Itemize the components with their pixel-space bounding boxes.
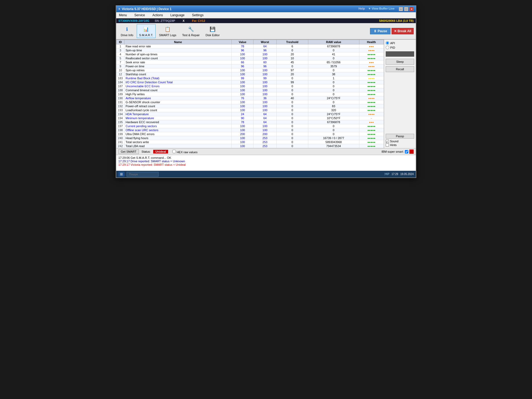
cell-raw: 24°C/75°F (308, 112, 359, 116)
hex-checkbox[interactable] (172, 150, 176, 153)
cell-name: Power-on time (124, 64, 232, 68)
sleep-button[interactable]: Sleep (386, 59, 414, 65)
cell-health: ●●●● (359, 64, 384, 68)
cell-threshold: 0 (276, 140, 308, 144)
menu-item-settings[interactable]: Settings (190, 13, 205, 18)
smart-table: ID Name Value Worst Treshold RAW value H… (116, 40, 384, 148)
smart-button[interactable]: 📊 S.M.A.R.T. (137, 24, 156, 38)
table-row: 194 Minimum temperature 90 64 0 10°C/50°… (117, 116, 384, 120)
cell-threshold: 0 (276, 116, 308, 120)
start-button[interactable]: ⊞ (118, 172, 124, 177)
cell-health: ●●●●● (359, 144, 384, 148)
smart-table-area: ID Name Value Worst Treshold RAW value H… (116, 40, 384, 148)
cell-id: 5 (117, 56, 124, 60)
menu-item-service[interactable]: Service (133, 13, 147, 18)
break-all-button[interactable]: ✕ Break All (392, 28, 414, 34)
cell-raw: 16739 / 0 / 2877 (308, 136, 359, 140)
cell-threshold: 6 (276, 44, 308, 48)
pid-radio-label[interactable]: PID (386, 46, 414, 49)
cell-health: - (359, 116, 384, 120)
cell-worst: 100 (253, 72, 277, 76)
pid-radio[interactable] (386, 46, 389, 49)
cell-raw: 3579 (308, 64, 359, 68)
api-radio[interactable] (386, 41, 389, 45)
sound-checkbox-box[interactable]: ✓ (386, 140, 389, 143)
cell-worst: 64 (253, 116, 277, 120)
drive-model: ST3000VX009-2AY10G (118, 19, 149, 22)
cell-threshold: 0 (276, 108, 308, 112)
menu-item-language[interactable]: Language (169, 13, 186, 18)
sound-area: ✓ Sound Hints (386, 140, 414, 147)
search-input[interactable] (127, 172, 159, 177)
view-buffer-btn[interactable]: ▼ View Buffer Live (368, 7, 394, 11)
recall-button[interactable]: Recall (386, 66, 414, 72)
cell-threshold: 40 (276, 96, 308, 100)
window-title: Victoria 5.37 HDD/SSD | Device 1 (122, 7, 172, 11)
cell-threshold: 45 (276, 60, 308, 64)
cell-threshold: 0 (276, 120, 308, 124)
table-row: 4 Number of spin-up times 100 100 20 41 … (117, 52, 384, 56)
menu-item-menu[interactable]: Menu (117, 13, 128, 18)
cell-value: 78 (232, 44, 253, 48)
disk-editor-button[interactable]: 💾 Disk Editor (203, 24, 222, 38)
drive-info-button[interactable]: ℹ Drive Info (118, 24, 136, 38)
cell-health: ●●●●● (359, 136, 384, 140)
hints-checkbox-box[interactable] (386, 143, 389, 147)
cell-name: Reallocated sector count (124, 56, 232, 60)
cell-value: 100 (232, 52, 253, 56)
cell-name: Spin-up retries (124, 68, 232, 72)
cell-raw: 0 (308, 128, 359, 132)
cell-name: Ultra DMA CRC errors (124, 132, 232, 136)
sound-checkbox-label[interactable]: ✓ Sound (386, 140, 414, 143)
cell-name: I/O CRC Error Detection Count Total (124, 80, 232, 84)
cell-value: 100 (232, 104, 253, 108)
table-row: 241 Total sectors write 100 253 0 589304… (117, 140, 384, 144)
cell-name: G-SENSOR shock counter (124, 100, 232, 104)
cell-raw: 65 / 51056 (308, 60, 359, 64)
get-smart-button[interactable]: Get SMART (118, 149, 139, 154)
cell-worst: 100 (253, 128, 277, 132)
minimize-btn[interactable]: – (399, 7, 403, 11)
hints-checkbox-label[interactable]: Hints (386, 143, 414, 147)
cell-id: 198 (117, 128, 124, 132)
cell-value: 100 (232, 56, 253, 60)
cell-name: HDA Temperature (124, 112, 232, 116)
cell-id: 1 (117, 44, 124, 48)
cell-id: 187 (117, 84, 124, 88)
disk-editor-icon: 💾 (208, 26, 217, 33)
cell-name: Seek error rate (124, 60, 232, 64)
pause-button[interactable]: ⏸ Pause (370, 28, 390, 34)
main-content: ID Name Value Worst Treshold RAW value H… (116, 40, 416, 148)
drive-lba: 5860528066 LBA (3,0 TB) (379, 19, 414, 22)
test-repair-button[interactable]: 🔧 Test & Repair (180, 24, 202, 38)
cell-name: Number of spin-up times (124, 52, 232, 56)
title-bar: + Victoria 5.37 HDD/SSD | Device 1 Help … (116, 6, 416, 12)
drive-close[interactable]: X (180, 19, 186, 22)
cell-health: ●●●●● (359, 108, 384, 112)
cell-raw: 0 (308, 132, 359, 136)
ibm-smart-checkbox[interactable] (405, 150, 408, 153)
cell-value: 100 (232, 100, 253, 104)
cell-raw: 0 (308, 68, 359, 72)
smart-logs-button[interactable]: 📋 SMART Logs (157, 24, 179, 38)
passp-button[interactable]: Passp (386, 134, 414, 139)
cell-health: ●●●●● (359, 72, 384, 76)
close-btn[interactable]: ✕ (409, 7, 414, 11)
cell-value: 100 (232, 68, 253, 72)
cell-raw: 24°C/75°F (308, 96, 359, 100)
help-link[interactable]: Help (359, 7, 365, 11)
hex-checkbox-label[interactable]: HEX raw values (172, 150, 197, 154)
cell-value: 200 (232, 132, 253, 136)
api-pid-group: API PID (386, 41, 414, 49)
maximize-btn[interactable]: □ (404, 7, 408, 11)
cell-threshold: 0 (276, 104, 308, 108)
cell-health: ●●●●● (359, 68, 384, 72)
api-radio-label[interactable]: API (386, 41, 414, 45)
cell-name: Airflow temperature (124, 96, 232, 100)
cell-id: 194 (117, 116, 124, 120)
menu-item-actions[interactable]: Actions (151, 13, 164, 18)
taskbar-time: 17:29 (392, 173, 398, 176)
cell-raw: 0 (308, 92, 359, 96)
cell-id: 191 (117, 100, 124, 104)
table-row: 5 Reallocated sector count 100 100 10 0 … (117, 56, 384, 60)
